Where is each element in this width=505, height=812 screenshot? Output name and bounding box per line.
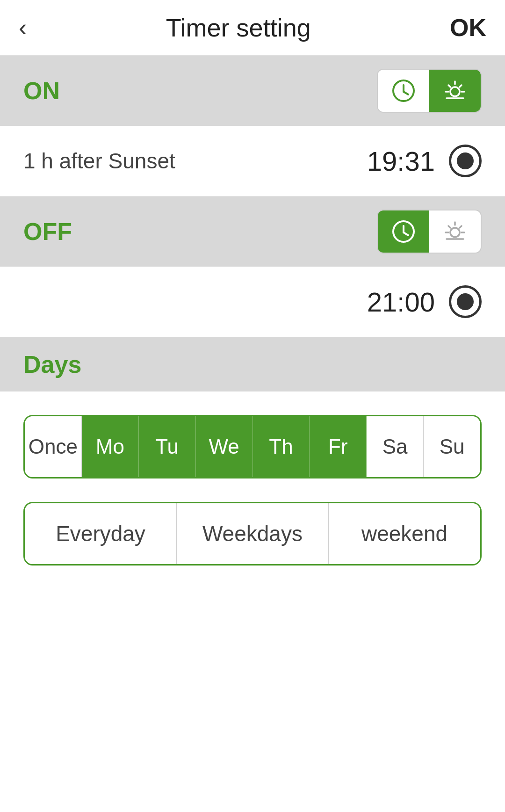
sunrise-icon	[443, 79, 467, 103]
svg-line-18	[448, 226, 450, 228]
on-section-header: ON	[0, 56, 505, 126]
on-time-offset[interactable]: 1 h after Sunset	[23, 148, 175, 174]
off-sunrise-button[interactable]	[429, 210, 481, 253]
on-toggle-group	[377, 69, 482, 113]
sunrise-icon-off	[443, 219, 467, 244]
preset-row: Everyday Weekdays weekend	[23, 502, 482, 566]
day-selector: Once Mo Tu We Th Fr Sa Su	[23, 415, 482, 478]
back-button[interactable]: ‹	[19, 15, 27, 40]
off-time-row: 21:00	[0, 267, 505, 337]
off-radio-button[interactable]	[449, 285, 482, 318]
preset-everyday-button[interactable]: Everyday	[25, 503, 177, 564]
day-th-button[interactable]: Th	[253, 416, 310, 477]
off-section-header: OFF	[0, 196, 505, 267]
day-fr-button[interactable]: Fr	[310, 416, 367, 477]
on-time-value-group: 19:31	[367, 145, 482, 177]
off-toggle-group	[377, 210, 482, 254]
on-radio-inner	[457, 152, 474, 169]
clock-icon-off	[391, 219, 416, 244]
day-once-button[interactable]: Once	[25, 416, 82, 477]
day-su-button[interactable]: Su	[424, 416, 480, 477]
days-section: Once Mo Tu We Th Fr Sa Su Everyday Weekd…	[0, 392, 505, 566]
svg-line-7	[460, 85, 462, 87]
preset-weekend-button[interactable]: weekend	[329, 503, 480, 564]
on-radio-button[interactable]	[449, 145, 482, 177]
svg-line-12	[404, 232, 408, 235]
clock-icon	[391, 79, 416, 103]
off-time-value[interactable]: 21:00	[367, 286, 435, 318]
day-sa-button[interactable]: Sa	[367, 416, 424, 477]
on-sunrise-button[interactable]	[429, 70, 481, 112]
off-radio-inner	[457, 293, 474, 310]
off-label: OFF	[23, 218, 72, 246]
days-label: Days	[23, 350, 81, 378]
on-label: ON	[23, 77, 60, 105]
svg-point-3	[450, 87, 460, 96]
ok-button[interactable]: OK	[450, 14, 486, 42]
day-mo-button[interactable]: Mo	[82, 416, 139, 477]
off-clock-button[interactable]	[378, 210, 429, 253]
on-time-row: 1 h after Sunset 19:31	[0, 126, 505, 196]
svg-line-17	[460, 226, 462, 228]
svg-line-2	[404, 92, 408, 94]
header: ‹ Timer setting OK	[0, 0, 505, 56]
preset-weekdays-button[interactable]: Weekdays	[177, 503, 329, 564]
day-we-button[interactable]: We	[196, 416, 253, 477]
page-title: Timer setting	[166, 13, 311, 42]
days-section-header: Days	[0, 337, 505, 392]
on-time-value[interactable]: 19:31	[367, 145, 435, 177]
day-tu-button[interactable]: Tu	[139, 416, 196, 477]
on-clock-button[interactable]	[378, 70, 429, 112]
svg-point-13	[450, 228, 460, 237]
svg-line-8	[448, 85, 450, 87]
